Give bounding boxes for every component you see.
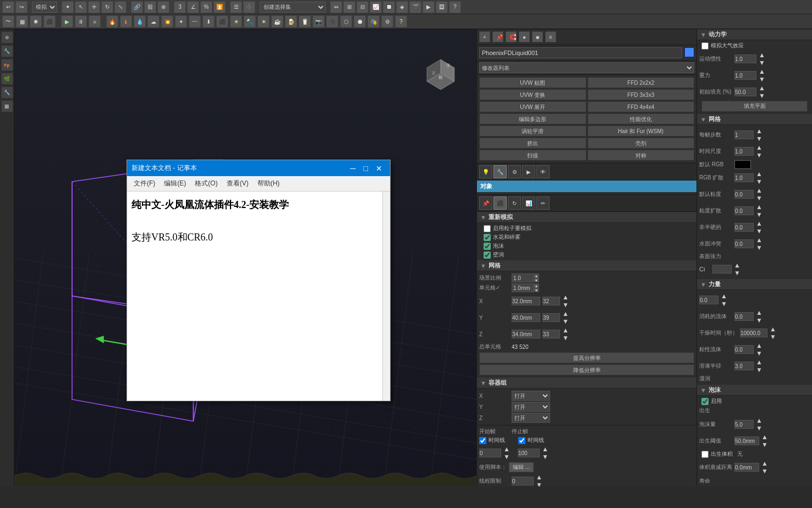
fire2-icon-btn[interactable]: 🌡 xyxy=(120,15,132,28)
play-btn[interactable]: ▶ xyxy=(61,15,73,28)
notepad-close-btn[interactable]: ✕ xyxy=(372,164,386,173)
uvw-xform-btn[interactable]: UVW 变换 xyxy=(479,89,586,100)
cell-size-input[interactable] xyxy=(512,283,534,292)
misc1-btn[interactable]: ⬡ xyxy=(340,15,352,28)
edit-script-btn[interactable]: 编辑 ... xyxy=(509,462,534,472)
water-flower-check[interactable] xyxy=(484,234,491,241)
ffd-3x3-btn[interactable]: FFD 3x3x3 xyxy=(588,89,695,100)
tab-icon-lightbulb[interactable]: 💡 xyxy=(479,165,492,178)
fill-surface-btn[interactable]: 填充平面 xyxy=(701,101,808,112)
grid-x-size[interactable] xyxy=(512,297,540,305)
force-header[interactable]: ▼ 力量 xyxy=(697,279,812,290)
redo-btn[interactable]: ↪ xyxy=(15,1,28,13)
rgb-expand-input[interactable] xyxy=(734,173,754,182)
grid-section-header[interactable]: ▼ 网格 xyxy=(477,260,696,271)
fp-logo-btn[interactable]: Fp xyxy=(1,59,13,71)
np-menu-view[interactable]: 查看(V) xyxy=(222,177,253,190)
select-combo[interactable]: 创建选择集 xyxy=(260,2,326,13)
target-cam-btn[interactable]: 📷 xyxy=(312,15,325,28)
dry-time-input[interactable] xyxy=(740,329,767,337)
stop-btn[interactable]: ■ xyxy=(89,15,101,28)
tab-icon-hierarchy[interactable]: ⚙ xyxy=(508,165,521,178)
misc4-btn[interactable]: ⚙ xyxy=(381,15,393,28)
tab-icon-display[interactable]: 👁 xyxy=(536,165,550,178)
create-sel-btn[interactable]: ➕ xyxy=(243,1,255,13)
initial-fill-input[interactable] xyxy=(734,88,756,96)
container-z-select[interactable]: 打开 xyxy=(512,413,550,423)
move-btn[interactable]: ✛ xyxy=(88,1,100,13)
resimulate-section-header[interactable]: ▼ 重新模拟 xyxy=(477,212,696,223)
spot-icon-btn[interactable]: 🔦 xyxy=(244,15,256,28)
time-steps-check2[interactable] xyxy=(518,437,525,444)
beer-icon-btn[interactable]: 🍺 xyxy=(285,15,297,28)
symmetry-btn[interactable]: 对称 xyxy=(588,150,695,161)
undo-btn[interactable]: ↩ xyxy=(2,1,14,13)
add-modifier-btn[interactable]: + xyxy=(479,31,490,42)
motion-inherit-input[interactable] xyxy=(734,54,756,63)
sweep-btn[interactable]: 扫描 xyxy=(479,150,586,161)
modify-panel-btn[interactable]: 🔧 xyxy=(1,45,13,57)
foam-enable-check[interactable] xyxy=(701,398,709,405)
pin-btn[interactable]: 📌 xyxy=(492,31,503,42)
sub-icon-graph[interactable]: 📊 xyxy=(522,196,535,210)
omni-icon-btn[interactable]: ☀ xyxy=(230,15,242,28)
magnet-btn[interactable]: 🧲 xyxy=(506,31,517,42)
dynamics-header[interactable]: ▼ 动力学 xyxy=(697,29,812,40)
sticky-input[interactable] xyxy=(734,345,754,354)
stop-frame-input[interactable] xyxy=(518,449,540,457)
viscosity-expand-input[interactable] xyxy=(734,206,754,215)
water-collide-input[interactable] xyxy=(734,239,754,248)
foam-header[interactable]: ▼ 泡沫 xyxy=(697,385,812,396)
decrease-resolution-btn[interactable]: 降低分辨率 xyxy=(479,364,694,375)
curve-editor-btn[interactable]: 〜 xyxy=(2,15,14,28)
notepad-content[interactable]: 纯中文-火凤凰流体插件4.2-安装教学 支持VR5.0和CR6.0 xyxy=(127,192,390,401)
smoke-icon-btn[interactable]: ☁ xyxy=(147,15,160,28)
tab-icon-motion[interactable]: ▶ xyxy=(522,165,535,178)
notepad-maximize-btn[interactable]: □ xyxy=(360,164,371,173)
dissolve-radius-input[interactable] xyxy=(734,362,754,370)
mode-combo[interactable]: 模拟 xyxy=(32,2,57,13)
dissolve-input[interactable] xyxy=(734,312,754,321)
array-btn[interactable]: ⊞ xyxy=(343,1,355,13)
bind-btn[interactable]: ⊕ xyxy=(157,1,169,13)
time-steps-check[interactable] xyxy=(479,437,486,444)
link-btn[interactable]: 🔗 xyxy=(131,1,143,13)
object-color-swatch[interactable] xyxy=(684,47,694,57)
render-setup-btn[interactable]: 🎬 xyxy=(409,1,421,13)
gravity-icon-btn[interactable]: ⬇ xyxy=(202,15,215,28)
viewcube[interactable]: 前 左 顶 xyxy=(421,57,460,95)
ci-input[interactable] xyxy=(712,265,732,274)
schematic-btn[interactable]: 🔲 xyxy=(383,1,395,13)
np-menu-edit[interactable]: 编辑(E) xyxy=(160,177,190,190)
create-panel-btn[interactable]: ⊕ xyxy=(1,31,13,43)
direct-icon-btn[interactable]: ☀ xyxy=(257,15,270,28)
time-scale-input[interactable] xyxy=(734,147,754,156)
circle-btn[interactable]: ● xyxy=(519,31,530,42)
material-editor-btn[interactable]: ◈ xyxy=(396,1,408,13)
enable-resim-check[interactable] xyxy=(484,225,491,232)
gravity-input[interactable] xyxy=(734,71,756,80)
select-filter-btn[interactable]: ✦ xyxy=(62,1,74,13)
extrude-btn[interactable]: 挤出 xyxy=(479,138,586,149)
grid-z-size[interactable] xyxy=(512,330,540,338)
sub-icon-pin[interactable]: 📌 xyxy=(479,196,492,210)
water-icon-btn[interactable]: 💧 xyxy=(134,15,146,28)
thread-limit-input[interactable] xyxy=(512,477,534,485)
np-menu-format[interactable]: 格式(O) xyxy=(190,177,222,190)
birth-threshold-input[interactable] xyxy=(734,436,759,445)
grid-z-cells[interactable] xyxy=(542,330,560,338)
hair-fur-btn[interactable]: Hair 和 Fur (WSM) xyxy=(588,125,695,136)
scene-scale-input[interactable] xyxy=(512,274,534,282)
turbosmooth-btn[interactable]: 涡轮平滑 xyxy=(479,125,586,136)
rgb-color-swatch[interactable] xyxy=(734,160,751,169)
cup-icon-btn[interactable]: 🥛 xyxy=(299,15,311,28)
pause-btn[interactable]: ⏸ xyxy=(75,15,87,28)
render-frame-btn[interactable]: 🖼 xyxy=(436,1,448,13)
start-frame-input[interactable] xyxy=(479,449,501,457)
tab-icon-modify[interactable]: 🔧 xyxy=(493,165,507,178)
graph-editor-btn[interactable]: 📈 xyxy=(370,1,382,13)
sim-atmo-check[interactable] xyxy=(701,42,709,50)
force-input[interactable] xyxy=(699,296,718,304)
align-btn[interactable]: ⊟ xyxy=(356,1,369,13)
mirror-btn[interactable]: ⇔ xyxy=(330,1,342,13)
